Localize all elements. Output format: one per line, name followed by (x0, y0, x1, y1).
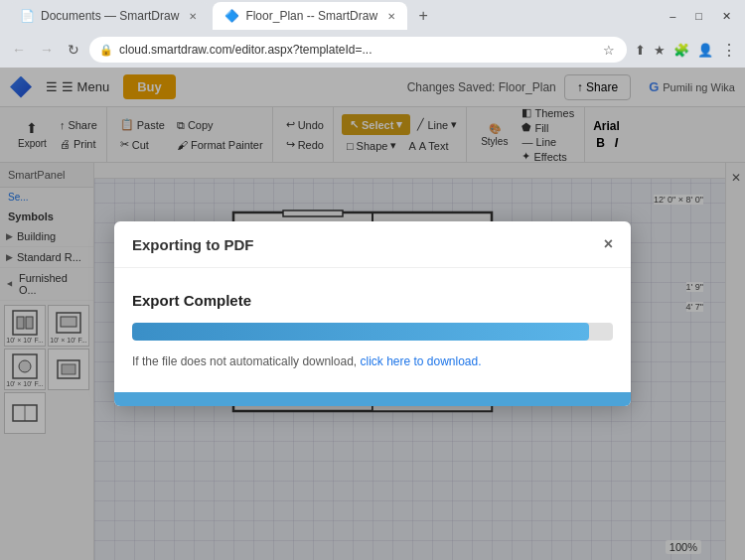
title-bar: 📄 Documents — SmartDraw ✕ 🔷 Floor_Plan -… (0, 0, 745, 32)
bookmark-icon[interactable]: ★ (652, 41, 668, 60)
progress-bar-fill (132, 323, 589, 341)
address-actions: ⬆ ★ 🧩 👤 (633, 41, 715, 60)
progress-bar (132, 323, 613, 341)
star-icon[interactable]: ☆ (601, 41, 617, 60)
new-tab-button[interactable]: + (411, 4, 435, 28)
tab-close-floorplan[interactable]: ✕ (387, 11, 395, 22)
modal-footer-accent (114, 392, 631, 406)
maximize-button[interactable]: □ (689, 8, 708, 24)
reload-button[interactable]: ↻ (64, 40, 83, 60)
share-address-icon[interactable]: ⬆ (633, 41, 648, 60)
browser-menu-button[interactable]: ⋮ (721, 41, 737, 60)
modal-body: Export Complete If the file does not aut… (114, 268, 631, 392)
back-button[interactable]: ← (8, 40, 30, 60)
modal-title: Exporting to PDF (132, 236, 254, 253)
extensions-icon[interactable]: 🧩 (671, 41, 691, 60)
download-link[interactable]: click here to download. (360, 354, 481, 368)
modal-close-button[interactable]: × (604, 235, 613, 253)
tab-documents[interactable]: 📄 Documents — SmartDraw ✕ (8, 2, 209, 30)
tab-favicon-floorplan: 🔷 (224, 9, 239, 23)
lock-icon: 🔒 (99, 44, 113, 57)
url-text: cloud.smartdraw.com/editor.aspx?template… (119, 43, 595, 57)
modal-overlay: Exporting to PDF × Export Complete If th… (0, 68, 745, 560)
app-area: ☰ ☰ Menu Buy Changes Saved: Floor_Plan ↑… (0, 68, 745, 560)
forward-button[interactable]: → (36, 40, 58, 60)
export-complete-label: Export Complete (132, 292, 613, 309)
address-bar: ← → ↻ 🔒 cloud.smartdraw.com/editor.aspx?… (0, 32, 745, 68)
tab-label-floorplan: Floor_Plan -- SmartDraw (245, 9, 377, 23)
tab-floorplan[interactable]: 🔷 Floor_Plan -- SmartDraw ✕ (213, 2, 407, 30)
export-modal: Exporting to PDF × Export Complete If th… (114, 221, 631, 406)
close-window-button[interactable]: ✕ (716, 8, 737, 25)
tab-favicon-documents: 📄 (20, 9, 35, 23)
modal-header: Exporting to PDF × (114, 221, 631, 268)
download-message: If the file does not automatically downl… (132, 354, 613, 368)
profile-icon[interactable]: 👤 (695, 41, 715, 60)
minimize-button[interactable]: – (664, 8, 681, 24)
url-bar[interactable]: 🔒 cloud.smartdraw.com/editor.aspx?templa… (89, 37, 627, 63)
tab-close-documents[interactable]: ✕ (189, 11, 197, 22)
tab-label-documents: Documents — SmartDraw (41, 9, 179, 23)
window-controls: – □ ✕ (664, 8, 737, 25)
